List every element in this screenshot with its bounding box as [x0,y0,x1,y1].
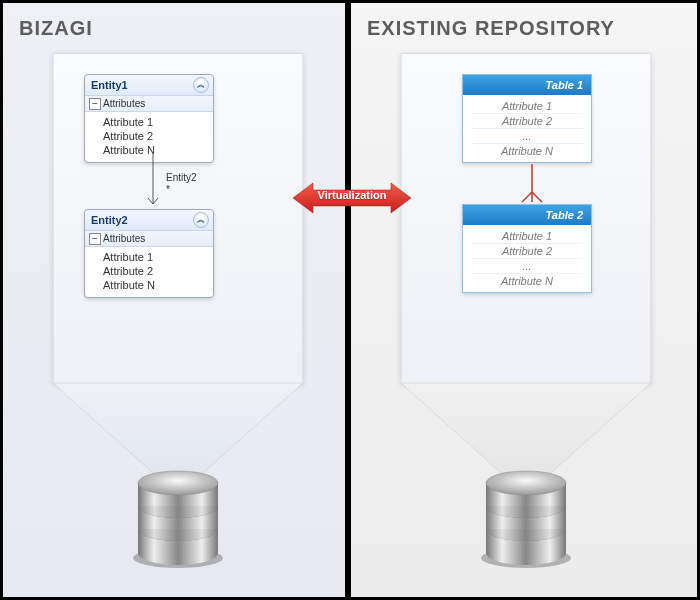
entity2-section: Attributes [85,231,213,247]
svg-point-26 [486,471,566,495]
table1-attr: ... [471,128,583,143]
bizagi-model-container: Entity1 ︽ Attributes Attribute 1 Attribu… [53,53,303,383]
database-icon [471,463,581,573]
svg-point-19 [486,541,566,565]
bizagi-panel: BIZAGI Entity1 ︽ Attributes Attribute 1 … [3,3,348,597]
svg-point-25 [486,494,566,518]
svg-marker-1 [53,383,303,473]
entity1-attr: Attribute 2 [103,129,207,143]
bizagi-title: BIZAGI [19,17,93,40]
entity2-attr: Attribute N [103,278,207,292]
relation-arrow-icon [146,154,160,214]
entity2-box: Entity2 ︽ Attributes Attribute 1 Attribu… [84,209,214,298]
svg-point-11 [138,471,218,495]
chevron-up-icon[interactable]: ︽ [193,77,209,93]
svg-point-7 [138,517,218,541]
fk-connector-icon [517,164,547,204]
entity1-section: Attributes [85,96,213,112]
entity1-attr: Attribute 1 [103,115,207,129]
table1-attr: Attribute 2 [471,113,583,128]
svg-point-22 [486,517,566,541]
diagram-frame: BIZAGI Entity1 ︽ Attributes Attribute 1 … [3,3,697,597]
chevron-up-icon[interactable]: ︽ [193,212,209,228]
table2-attr: Attribute N [471,273,583,288]
repository-title: EXISTING REPOSITORY [367,17,615,40]
svg-line-14 [532,192,542,202]
relation-label: Entity2 [166,172,197,183]
svg-marker-16 [401,383,651,473]
table1-header: Table 1 [463,75,591,95]
funnel-icon [53,383,303,473]
table1-box: Table 1 Attribute 1 Attribute 2 ... Attr… [462,74,592,163]
entity2-attr: Attribute 2 [103,264,207,278]
entity2-name: Entity2 [91,214,128,226]
svg-point-10 [138,494,218,518]
table1-attr: Attribute N [471,143,583,158]
table2-attr: Attribute 1 [471,229,583,243]
table2-attr: Attribute 2 [471,243,583,258]
table2-header: Table 2 [463,205,591,225]
table2-box: Table 2 Attribute 1 Attribute 2 ... Attr… [462,204,592,293]
entity1-header: Entity1 ︽ [85,75,213,96]
virtualization-connector: Virtualization [293,181,411,215]
repository-panel: EXISTING REPOSITORY Table 1 Attribute 1 … [351,3,697,597]
entity1-box: Entity1 ︽ Attributes Attribute 1 Attribu… [84,74,214,163]
relation-multiplicity: * [166,184,170,195]
repository-schema-container: Table 1 Attribute 1 Attribute 2 ... Attr… [401,53,651,383]
table2-attrs: Attribute 1 Attribute 2 ... Attribute N [463,225,591,292]
svg-point-4 [138,541,218,565]
entity2-attr: Attribute 1 [103,250,207,264]
entity2-header: Entity2 ︽ [85,210,213,231]
funnel-icon [401,383,651,473]
virtualization-label: Virtualization [293,189,411,201]
table1-attrs: Attribute 1 Attribute 2 ... Attribute N [463,95,591,162]
svg-line-13 [522,192,532,202]
table1-attr: Attribute 1 [471,99,583,113]
entity1-name: Entity1 [91,79,128,91]
table2-attr: ... [471,258,583,273]
entity2-attrs: Attribute 1 Attribute 2 Attribute N [85,247,213,297]
database-icon [123,463,233,573]
